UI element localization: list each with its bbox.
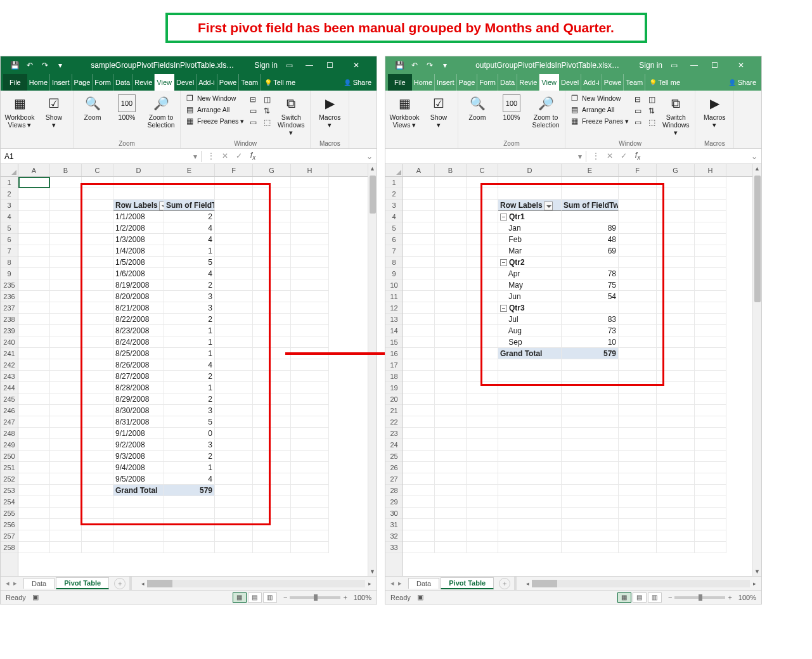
freeze-panes-button[interactable]: ▦Freeze Panes ▾ [184, 116, 244, 126]
cell[interactable] [50, 462, 82, 473]
cell[interactable] [253, 382, 291, 393]
cell[interactable] [253, 371, 291, 382]
cell[interactable] [435, 188, 467, 200]
col-header[interactable]: B [50, 164, 82, 176]
cell[interactable] [50, 302, 82, 314]
cell[interactable] [435, 234, 467, 245]
cell[interactable] [695, 359, 726, 371]
macro-recorder-icon[interactable]: ▣ [32, 593, 39, 601]
cell[interactable] [657, 188, 695, 200]
cell[interactable] [50, 416, 82, 428]
chevron-down-icon[interactable]: ▾ [193, 152, 197, 161]
cell[interactable] [50, 439, 82, 451]
row-header[interactable]: 12 [385, 302, 403, 314]
row-header[interactable]: 238 [1, 314, 18, 325]
row-header[interactable]: 255 [1, 508, 18, 519]
cell[interactable] [435, 177, 467, 188]
cell[interactable] [403, 508, 435, 519]
cell[interactable] [113, 530, 164, 542]
cell[interactable] [435, 314, 467, 325]
cell[interactable] [50, 359, 82, 371]
cell[interactable] [291, 291, 329, 302]
row-header[interactable]: 5 [385, 222, 403, 234]
cell[interactable] [695, 393, 726, 405]
pivot-value[interactable]: 0 [164, 428, 215, 439]
select-all-corner[interactable] [385, 164, 403, 177]
cell[interactable] [619, 234, 657, 245]
split-button[interactable]: ⊟ [248, 94, 258, 105]
cell[interactable] [657, 416, 695, 428]
cell[interactable] [82, 439, 113, 451]
cell[interactable] [82, 393, 113, 405]
cell[interactable] [215, 177, 253, 188]
row-header[interactable]: 235 [1, 279, 18, 291]
cell[interactable] [164, 188, 215, 200]
cell[interactable] [82, 371, 113, 382]
cell[interactable] [619, 462, 657, 473]
tab-file[interactable]: File [3, 74, 27, 91]
cell[interactable] [467, 519, 498, 530]
cell[interactable] [467, 485, 498, 496]
tab-view[interactable]: View [155, 74, 174, 91]
cell[interactable] [467, 211, 498, 222]
cell[interactable] [467, 245, 498, 257]
cell[interactable] [291, 222, 329, 234]
cell[interactable] [619, 222, 657, 234]
cell[interactable] [215, 462, 253, 473]
cell[interactable] [82, 234, 113, 245]
cell[interactable] [253, 325, 291, 336]
name-box-input[interactable] [389, 152, 427, 161]
fx-icon[interactable]: fx [632, 151, 643, 161]
cell[interactable] [403, 325, 435, 336]
pivot-value[interactable]: 2 [164, 393, 215, 405]
cell[interactable] [82, 325, 113, 336]
cell[interactable] [435, 473, 467, 485]
cell[interactable] [498, 416, 562, 428]
cell[interactable] [657, 325, 695, 336]
cell[interactable] [619, 393, 657, 405]
cell[interactable] [215, 200, 253, 211]
cell[interactable] [562, 542, 619, 553]
cell[interactable] [695, 314, 726, 325]
cell[interactable] [657, 451, 695, 462]
new-sheet-button[interactable]: + [114, 578, 126, 589]
pivot-value[interactable]: 4 [164, 268, 215, 279]
row-header[interactable]: 32 [385, 530, 403, 542]
row-header[interactable]: 8 [1, 257, 18, 268]
cell[interactable] [619, 279, 657, 291]
col-header[interactable]: G [253, 164, 291, 176]
pivot-row-label[interactable]: 1/3/2008 [113, 234, 164, 245]
cell[interactable] [82, 519, 113, 530]
cell[interactable] [435, 530, 467, 542]
view-side-button[interactable]: ◫ [262, 94, 272, 105]
cell[interactable] [253, 416, 291, 428]
cell[interactable] [435, 496, 467, 508]
cell[interactable] [82, 257, 113, 268]
pivot-row-label[interactable]: 1/4/2008 [113, 245, 164, 257]
cell[interactable] [18, 542, 50, 553]
cell[interactable] [82, 268, 113, 279]
cell[interactable] [695, 496, 726, 508]
col-header[interactable]: F [619, 164, 657, 176]
cell[interactable] [164, 177, 215, 188]
row-header[interactable]: 24 [385, 439, 403, 451]
cell[interactable] [18, 211, 50, 222]
cell[interactable] [562, 257, 619, 268]
pivot-value[interactable]: 2 [164, 314, 215, 325]
cell[interactable] [695, 530, 726, 542]
cell[interactable] [253, 257, 291, 268]
pivot-row-label[interactable]: Jun [498, 291, 562, 302]
cell[interactable] [619, 508, 657, 519]
reset-pos-button[interactable]: ⬚ [262, 117, 272, 127]
cell[interactable] [18, 268, 50, 279]
cell[interactable] [467, 542, 498, 553]
cell[interactable] [467, 314, 498, 325]
cell[interactable] [50, 428, 82, 439]
cell[interactable] [50, 542, 82, 553]
pivot-row-label[interactable]: Feb [498, 234, 562, 245]
pivot-value[interactable]: 5 [164, 416, 215, 428]
cell[interactable] [291, 485, 329, 496]
cell[interactable] [467, 200, 498, 211]
cell[interactable] [253, 393, 291, 405]
cell[interactable] [18, 359, 50, 371]
